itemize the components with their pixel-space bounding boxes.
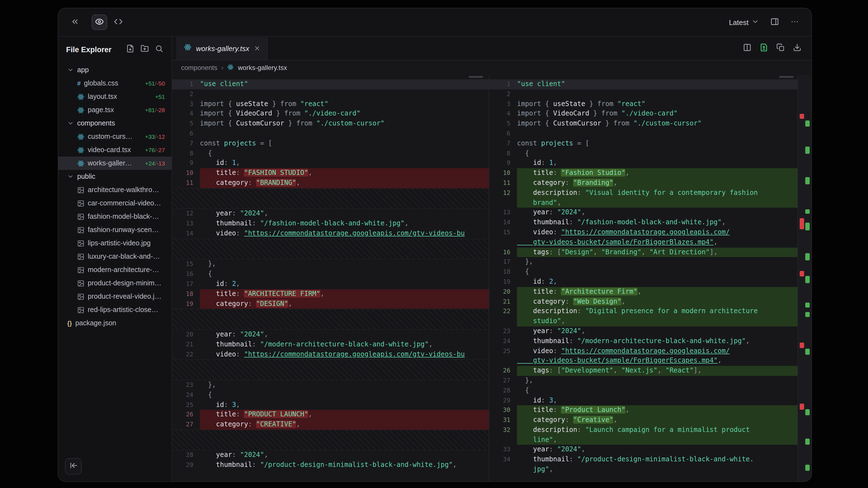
code-text: video: "https://commondatastorage.google… [200, 229, 489, 239]
chevron-down-icon [67, 67, 74, 73]
file-item-fashion-runway-scen[interactable]: fashion-runway-scen… [58, 223, 172, 236]
more-options-button[interactable] [787, 14, 803, 30]
braces-icon: {} [67, 320, 72, 326]
new-folder-button[interactable] [138, 43, 151, 56]
line-number: 32 [489, 425, 517, 435]
file-item-custom-curs[interactable]: custom-curs…+33/-12 [58, 130, 172, 143]
react-icon [77, 146, 85, 154]
file-item-globals.css[interactable]: #globals.css+51/-50 [58, 76, 172, 90]
code-toggle-button[interactable] [111, 14, 126, 30]
tab-bar: works-gallery.tsx [172, 37, 811, 61]
diff-gap [172, 188, 489, 209]
file-name: globals.css [84, 79, 142, 87]
line-number: 19 [489, 277, 517, 287]
code-line-new-23: 23 year: "2024", [489, 326, 798, 336]
line-number: 3 [172, 99, 200, 109]
file-item-modern-architecture[interactable]: modern-architecture-… [58, 263, 172, 276]
collapse-sidebar-button[interactable] [65, 458, 82, 475]
code-line-old-25: 25 id: 3, [172, 400, 489, 410]
code-line-old-15: 15 }, [172, 260, 489, 269]
file-name: fashion-runway-scen… [88, 226, 165, 234]
line-number [489, 317, 517, 326]
code-text: id: 3, [200, 400, 489, 410]
code-line-old-8: 8 { [172, 149, 489, 159]
code-text [200, 129, 489, 139]
line-number: 6 [489, 129, 517, 139]
file-name: car-commercial-video… [88, 199, 165, 207]
tab-works-gallery[interactable]: works-gallery.tsx [177, 37, 268, 60]
latest-version-dropdown[interactable]: Latest [725, 17, 763, 28]
file-item-lips-artistic-video.jpg[interactable]: lips-artistic-video.jpg [58, 236, 172, 250]
search-icon [155, 44, 163, 55]
line-number: 23 [489, 326, 517, 336]
file-name: components [77, 119, 165, 127]
overview-mark-green [805, 147, 810, 154]
breadcrumb-folder[interactable]: components [181, 64, 217, 72]
react-icon [77, 106, 85, 113]
line-number: 21 [489, 297, 517, 307]
file-item-red-lips-artistic-close[interactable]: red-lips-artistic-close… [58, 303, 172, 317]
new-file-button[interactable] [124, 43, 136, 56]
code-line-old-9: 9 id: 1, [172, 159, 489, 168]
split-view-button[interactable] [740, 42, 753, 55]
line-number: 5 [489, 119, 517, 129]
line-number: 11 [489, 178, 517, 188]
diff-overview-ruler[interactable] [798, 75, 811, 481]
code-text: category: "Creative", [517, 415, 798, 425]
file-name: app [77, 66, 165, 74]
overview-mark-green [805, 223, 810, 231]
code-line-old-22: 22 video: "https://commondatastorage.goo… [172, 350, 489, 359]
file-name: luxury-car-black-and-… [88, 253, 165, 260]
code-rows-old: 1"use client"23import { useState } from … [172, 75, 489, 470]
code-text: thumbnail: "/fashion-model-black-and-whi… [200, 219, 489, 229]
overview-mark-green [805, 253, 810, 260]
line-number: 16 [489, 247, 517, 257]
code-text: jpg", [517, 465, 798, 475]
copy-file-button[interactable] [774, 42, 787, 55]
file-name: product-reveal-video.j… [88, 293, 165, 300]
file-item-page.tsx[interactable]: page.tsx+81/-28 [58, 103, 172, 117]
code-line-old-16: 16 { [172, 269, 489, 279]
file-item-car-commercial-video[interactable]: car-commercial-video… [58, 197, 172, 210]
code-line-old-29: 29 thumbnail: "/product-design-minimalis… [172, 460, 489, 470]
file-item-video-card.tsx[interactable]: video-card.tsx+76/-27 [58, 143, 172, 157]
horizontal-scrollbar-thumb[interactable] [469, 76, 483, 78]
file-diff-icon [760, 43, 768, 53]
folder-item-public[interactable]: public [58, 170, 172, 183]
code-text: thumbnail: "/modern-architecture-black-a… [517, 336, 798, 346]
horizontal-scrollbar-thumb[interactable] [779, 76, 794, 78]
file-item-fashion-model-black[interactable]: fashion-model-black-… [58, 210, 172, 223]
file-item-package.json[interactable]: {}package.json [58, 317, 172, 330]
overview-mark-green [805, 438, 810, 445]
code-text: { [200, 390, 489, 400]
toolbar-right-group: Latest [725, 14, 803, 30]
code-line-new-12: 12 description: "Visual identity for a c… [489, 188, 798, 198]
file-item-product-design-minim[interactable]: product-design-minim… [58, 276, 172, 290]
search-files-button[interactable] [153, 43, 165, 56]
line-number: 22 [489, 307, 517, 317]
layout-panel-button[interactable] [767, 14, 782, 30]
file-item-architecture-walkthro[interactable]: architecture-walkthro… [58, 183, 172, 197]
file-name: video-card.tsx [88, 146, 142, 154]
file-item-layout.tsx[interactable]: layout.tsx+51 [58, 90, 172, 103]
folder-item-components[interactable]: components [58, 117, 172, 130]
file-item-luxury-car-black-and[interactable]: luxury-car-black-and-… [58, 250, 172, 263]
folder-item-app[interactable]: app [58, 63, 172, 76]
tab-close-icon[interactable] [254, 45, 260, 52]
code-text: video: "https://commondatastorage.google… [517, 228, 798, 238]
code-text: "use client" [517, 79, 798, 89]
diff-view-button[interactable] [757, 42, 770, 55]
code-line-new-16: 16 tags: ["Design", "Branding", "Art Dir… [489, 247, 798, 257]
file-item-works-galler[interactable]: works-galler…+24/-13 [58, 157, 172, 170]
preview-toggle-button[interactable] [92, 14, 107, 30]
file-item-product-reveal-video.j[interactable]: product-reveal-video.j… [58, 290, 172, 303]
line-number: 31 [489, 415, 517, 425]
react-icon [77, 93, 85, 100]
collapse-panels-button[interactable] [67, 14, 83, 30]
code-text: id: 2, [200, 279, 489, 289]
overview-mark-green [805, 410, 810, 416]
download-file-button[interactable] [790, 42, 804, 55]
folder-plus-icon [140, 44, 149, 55]
overview-mark-red [800, 113, 804, 119]
image-icon [77, 306, 85, 314]
